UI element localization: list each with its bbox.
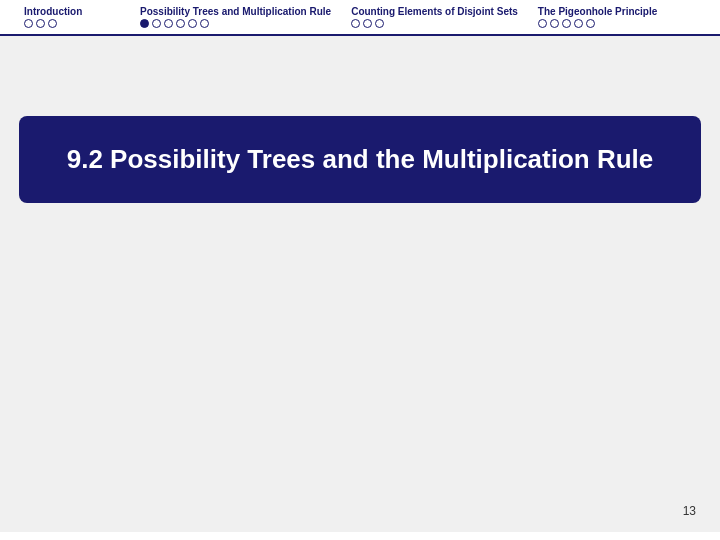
top-bar: IntroductionPossibility Trees and Multip… [0,0,720,36]
main-content: 9.2 Possibility Trees and the Multiplica… [0,36,720,532]
nav-dots-introduction [24,19,120,28]
nav-title-introduction: Introduction [24,6,120,17]
nav-dots-counting-elements [351,19,518,28]
dot-pigeonhole-4[interactable] [586,19,595,28]
nav-section-possibility-trees[interactable]: Possibility Trees and Multiplication Rul… [130,4,341,30]
dot-counting-elements-2[interactable] [375,19,384,28]
title-box: 9.2 Possibility Trees and the Multiplica… [19,116,702,203]
dot-possibility-trees-1[interactable] [152,19,161,28]
nav-section-introduction[interactable]: Introduction [0,4,130,30]
title-box-text: 9.2 Possibility Trees and the Multiplica… [67,144,654,175]
page-number: 13 [683,504,696,518]
dot-pigeonhole-1[interactable] [550,19,559,28]
nav-section-pigeonhole[interactable]: The Pigeonhole Principle [528,4,667,30]
nav-title-counting-elements: Counting Elements of Disjoint Sets [351,6,518,17]
dot-pigeonhole-2[interactable] [562,19,571,28]
dot-possibility-trees-0[interactable] [140,19,149,28]
dot-counting-elements-0[interactable] [351,19,360,28]
dot-pigeonhole-0[interactable] [538,19,547,28]
dot-pigeonhole-3[interactable] [574,19,583,28]
nav-title-possibility-trees: Possibility Trees and Multiplication Rul… [140,6,331,17]
nav-dots-pigeonhole [538,19,657,28]
dot-introduction-0[interactable] [24,19,33,28]
dot-introduction-2[interactable] [48,19,57,28]
dot-possibility-trees-4[interactable] [188,19,197,28]
nav-section-counting-elements[interactable]: Counting Elements of Disjoint Sets [341,4,528,30]
nav-dots-possibility-trees [140,19,331,28]
nav-title-pigeonhole: The Pigeonhole Principle [538,6,657,17]
dot-possibility-trees-5[interactable] [200,19,209,28]
dot-possibility-trees-2[interactable] [164,19,173,28]
dot-counting-elements-1[interactable] [363,19,372,28]
dot-introduction-1[interactable] [36,19,45,28]
dot-possibility-trees-3[interactable] [176,19,185,28]
